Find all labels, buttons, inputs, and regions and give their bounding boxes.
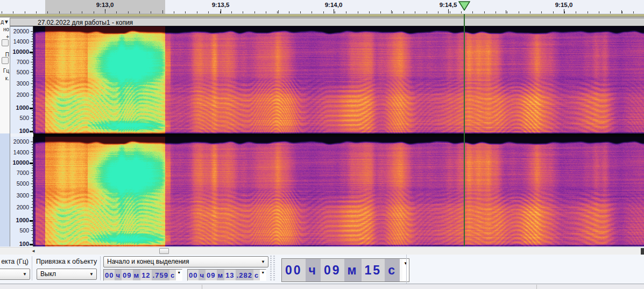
frequency-minor-tick	[32, 78, 33, 79]
frequency-minor-tick	[32, 49, 33, 50]
selection-mode-combo[interactable]: Начало и конец выделения ▼	[103, 256, 268, 267]
frequency-label: 14000	[13, 149, 29, 156]
time-digit-group: м	[133, 270, 141, 280]
timeline-minor-tick	[450, 11, 450, 13]
track-panel-text-fragment: +	[0, 34, 9, 40]
timeline-minor-tick	[392, 11, 393, 13]
timeline-minor-tick	[346, 11, 346, 13]
timeline-minor-tick	[484, 11, 485, 13]
toolbar-separator	[32, 256, 32, 280]
frequency-minor-tick	[32, 59, 33, 60]
time-digit-group: с	[385, 259, 400, 281]
frequency-tick	[31, 118, 33, 118]
frequency-minor-tick	[32, 46, 33, 47]
status-bar-divider	[202, 285, 202, 289]
frequency-minor-tick	[32, 181, 33, 181]
timeline-minor-tick	[197, 11, 197, 13]
frequency-minor-tick	[32, 210, 33, 211]
spectrogram-canvas[interactable]	[33, 26, 644, 246]
selection-start-time-field[interactable]: 00ч09м12.759с▼	[103, 269, 182, 281]
timeline-minor-tick	[47, 11, 48, 13]
timeline-minor-tick	[116, 11, 117, 13]
time-digit-group: 13	[224, 270, 235, 280]
frequency-tick	[31, 142, 33, 142]
timeline-minor-tick	[243, 11, 243, 13]
toolbar-separator	[100, 256, 101, 280]
frequency-tick	[31, 95, 33, 95]
frequency-minor-tick	[32, 201, 33, 202]
audio-editor-window: 9:13,09:13,59:14,09:14,59:15,0 27.02.202…	[0, 0, 644, 289]
project-rate-combo[interactable]: ▼	[0, 269, 30, 280]
frequency-minor-tick	[32, 115, 33, 116]
frequency-ruler-bottom-channel[interactable]: 2000014000100007000500030002000100050010…	[10, 137, 33, 246]
playhead-marker-icon[interactable]	[458, 1, 470, 11]
frequency-minor-tick	[32, 144, 33, 145]
toolbar-separator	[406, 255, 407, 284]
frequency-minor-tick	[32, 128, 33, 128]
time-digit-group: ч	[115, 270, 122, 280]
timeline-minor-tick	[2, 11, 2, 13]
frequency-tick	[31, 62, 33, 62]
frequency-label: 7000	[17, 170, 29, 176]
track-control-panel-partial[interactable]: д▼но+ПГцк.	[0, 18, 10, 246]
timeline-label: 9:15,0	[555, 2, 573, 8]
timeline-minor-tick	[266, 11, 266, 13]
timeline-minor-tick	[564, 11, 565, 13]
time-digit-group: 15	[362, 259, 385, 281]
frequency-minor-tick	[32, 124, 33, 125]
timeline-minor-tick	[208, 11, 209, 13]
timeline-label: 9:14,0	[325, 2, 343, 8]
frequency-label: 1000	[16, 104, 29, 111]
frequency-tick	[30, 163, 33, 164]
time-digit-group: .282	[236, 270, 253, 280]
time-digit-group: 09	[321, 259, 344, 281]
frequency-minor-tick	[32, 160, 33, 160]
timeline-minor-tick	[519, 11, 519, 13]
toolbar-grip[interactable]	[273, 256, 275, 281]
scrollbar-left-arrow-icon[interactable]: ◄	[30, 248, 37, 255]
timeline-minor-tick	[254, 11, 255, 13]
frequency-minor-tick	[32, 204, 33, 205]
track-title-bar[interactable]: 27.02.2022 для работы1 - копия	[10, 18, 644, 26]
timeline-ruler[interactable]: 9:13,09:13,59:14,09:14,59:15,0	[0, 0, 644, 14]
time-digit-group: ч	[199, 270, 206, 280]
scrollbar-right-arrow-icon[interactable]	[641, 248, 644, 255]
frequency-minor-tick	[32, 67, 33, 67]
frequency-minor-tick	[32, 228, 33, 229]
scrub-bar[interactable]	[0, 14, 644, 18]
snap-value: Выкл	[40, 270, 56, 278]
chevron-down-icon[interactable]: ▼	[260, 270, 266, 280]
toolbar-grip[interactable]	[270, 256, 272, 281]
scrollbar-thumb[interactable]	[159, 248, 169, 254]
timeline-major-tick	[334, 9, 334, 13]
selection-end-time-field[interactable]: 00ч09м13.282с▼	[187, 269, 266, 281]
timeline-minor-tick	[633, 11, 634, 13]
timeline-minor-tick	[82, 11, 82, 13]
frequency-tick	[31, 31, 33, 32]
track-panel-text-fragment: к.	[0, 75, 9, 81]
snap-label: Привязка к объекту	[36, 258, 97, 265]
frequency-minor-tick	[32, 44, 33, 45]
chevron-down-icon: ▼	[23, 272, 27, 277]
horizontal-scrollbar[interactable]: ◄	[0, 247, 644, 255]
audio-position-display[interactable]: 00ч09м15с▼	[281, 258, 409, 282]
frequency-label: 7000	[17, 59, 29, 65]
frequency-minor-tick	[32, 214, 33, 214]
chevron-down-icon[interactable]: ▼	[176, 270, 182, 280]
button-fragment-icon[interactable]	[2, 57, 9, 64]
timeline-minor-tick	[59, 11, 60, 13]
frequency-tick	[30, 220, 33, 222]
project-rate-label: екта (Гц)	[0, 258, 29, 265]
timeline-major-tick	[221, 9, 221, 13]
snap-combo[interactable]: Выкл ▼	[37, 269, 97, 280]
chevron-down-icon[interactable]: ▼	[402, 259, 409, 281]
frequency-label: 5000	[17, 180, 29, 187]
frequency-minor-tick	[32, 89, 33, 90]
button-fragment-icon[interactable]	[2, 39, 9, 46]
frequency-label: 5000	[17, 69, 29, 75]
frequency-ruler-top-channel[interactable]: 2000014000100007000500030002000100050010…	[10, 26, 33, 133]
timeline-minor-tick	[13, 11, 13, 13]
frequency-label: 100	[19, 241, 29, 247]
timeline-minor-tick	[231, 11, 232, 13]
frequency-tick	[30, 131, 33, 132]
